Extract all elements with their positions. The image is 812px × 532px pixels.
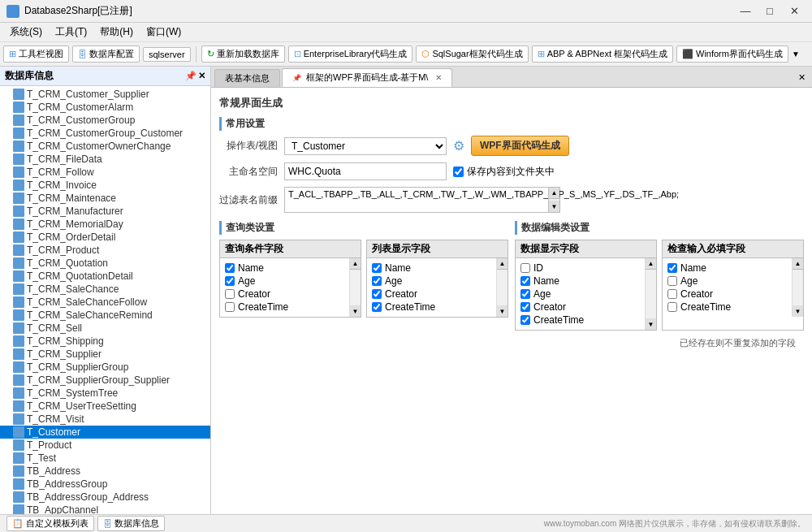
close-button[interactable]: ✕ — [783, 3, 806, 19]
tree-item[interactable]: T_CRM_Maintenace — [0, 192, 210, 205]
menu-system[interactable]: 系统(S) — [3, 24, 49, 41]
ld-scroll-down[interactable]: ▼ — [497, 305, 508, 317]
tree-item[interactable]: T_CRM_Manufacturer — [0, 205, 210, 218]
tree-container[interactable]: T_CRM_Customer_Supplier T_CRM_CustomerAl… — [0, 86, 210, 514]
list-createtime-checkbox[interactable] — [372, 302, 382, 312]
toolbar-sqlserver-button[interactable]: sqlserver — [143, 47, 191, 62]
tree-item[interactable]: T_CRM_SaleChanceFollow — [0, 296, 210, 309]
toolbar-abp-button[interactable]: ⊞ ABP & ABPNext 框架代码生成 — [532, 45, 673, 63]
list-creator-checkbox[interactable] — [372, 289, 382, 299]
tree-item[interactable]: T_CRM_Sell — [0, 322, 210, 335]
left-panel: 数据库信息 📌 ✕ T_CRM_Customer_Supplier T_CRM_… — [0, 67, 211, 514]
tree-item-label-selected: T_Customer — [27, 426, 80, 438]
db-info-button[interactable]: 🗄 数据库信息 — [97, 516, 165, 531]
table-icon — [13, 387, 24, 399]
tree-item-label: T_CRM_CustomerGroup_Customer — [27, 128, 183, 139]
operator-view-control: T_Customer ⚙ WPF界面代码生成 — [284, 136, 804, 156]
ld-scroll-up[interactable]: ▲ — [497, 258, 508, 270]
data-creator-checkbox[interactable] — [520, 302, 530, 312]
data-age-checkbox[interactable] — [520, 289, 530, 299]
list-age-checkbox[interactable] — [372, 276, 382, 286]
maximize-button[interactable]: □ — [758, 3, 781, 19]
val-createtime-checkbox[interactable] — [667, 302, 677, 312]
namespace-input[interactable] — [284, 162, 447, 180]
tree-item[interactable]: T_CRM_SystemTree — [0, 387, 210, 400]
tree-item[interactable]: T_CRM_QuotationDetail — [0, 270, 210, 283]
tree-item[interactable]: T_Test — [0, 452, 210, 465]
data-id-checkbox[interactable] — [520, 263, 530, 273]
tab-wpf-code[interactable]: 📌 框架的WPF界面码生成-基于M\ ✕ — [282, 68, 452, 87]
query-name-checkbox[interactable] — [225, 263, 235, 273]
left-panel-pin-icon[interactable]: 📌 — [185, 71, 197, 81]
query-creator-checkbox[interactable] — [225, 289, 235, 299]
tree-item[interactable]: T_CRM_Quotation — [0, 257, 210, 270]
tree-item[interactable]: T_CRM_SupplierGroup_Supplier — [0, 374, 210, 387]
tab-table-basic[interactable]: 表基本信息 — [214, 69, 280, 87]
tree-item[interactable]: T_CRM_UserTreeSetting — [0, 400, 210, 413]
tree-item[interactable]: TB_AppChannel — [0, 504, 210, 514]
menu-window[interactable]: 窗口(W) — [140, 24, 188, 41]
qc-scroll-up[interactable]: ▲ — [350, 258, 361, 270]
val-name-checkbox[interactable] — [667, 263, 677, 273]
tree-item[interactable]: T_CRM_CustomerGroup_Customer — [0, 127, 210, 140]
tree-item[interactable]: TB_AddressGroup — [0, 478, 210, 491]
filter-scroll-up-btn[interactable]: ▲ — [549, 188, 559, 199]
toolbar-reload-button[interactable]: ↻ 重新加载数据库 — [201, 45, 285, 63]
operator-view-label: 操作表/视图 — [219, 139, 284, 153]
toolbar-enterprise-label: EnterpriseLibrary代码生成 — [304, 48, 408, 60]
list-name-checkbox[interactable] — [372, 263, 382, 273]
tree-item[interactable]: T_CRM_Follow — [0, 166, 210, 179]
menu-help[interactable]: 帮助(H) — [93, 24, 140, 41]
tab-close-icon[interactable]: ✕ — [435, 73, 442, 82]
tree-item[interactable]: T_CRM_Customer_Supplier — [0, 88, 210, 101]
tree-item[interactable]: T_CRM_Product — [0, 244, 210, 257]
left-panel-close-icon[interactable]: ✕ — [198, 71, 205, 81]
toolbar-view-button[interactable]: ⊞ 工具栏视图 — [3, 45, 69, 63]
tree-item[interactable]: T_CRM_SupplierGroup — [0, 361, 210, 374]
minimize-button[interactable]: — — [734, 3, 757, 19]
tree-item[interactable]: T_CRM_SaleChance — [0, 283, 210, 296]
filter-scroll-down-btn[interactable]: ▼ — [549, 201, 559, 212]
tree-item[interactable]: T_CRM_SaleChanceRemind — [0, 309, 210, 322]
val-age-item: Age — [666, 275, 800, 288]
tree-item-label: T_CRM_SupplierGroup — [27, 361, 128, 373]
val-age-checkbox[interactable] — [667, 276, 677, 286]
dd-scroll-up[interactable]: ▲ — [646, 258, 656, 270]
menu-tools[interactable]: 工具(T) — [49, 24, 93, 41]
operator-view-select[interactable]: T_Customer — [284, 137, 447, 155]
custom-template-button[interactable]: 📋 自定义模板列表 — [6, 516, 94, 531]
tree-item[interactable]: T_CRM_Shipping — [0, 335, 210, 348]
wpf-code-gen-button[interactable]: WPF界面代码生成 — [471, 136, 569, 156]
val-creator-checkbox[interactable] — [667, 289, 677, 299]
data-createtime-checkbox[interactable] — [520, 315, 530, 325]
save-to-file-checkbox[interactable] — [453, 167, 464, 177]
toolbar-db-config-button[interactable]: 🗄 数据库配置 — [72, 45, 140, 63]
tree-item[interactable]: T_Product — [0, 439, 210, 452]
toolbar-enterprise-button[interactable]: ⊡ EnterpriseLibrary代码生成 — [288, 45, 413, 63]
tree-item[interactable]: T_CRM_OrderDetail — [0, 231, 210, 244]
tree-item[interactable]: T_CRM_Invoice — [0, 179, 210, 192]
tree-item[interactable]: T_CRM_CustomerGroup — [0, 114, 210, 127]
toolbar-winform-button[interactable]: ⬛ Winform界面代码生成 — [676, 45, 788, 63]
tree-item[interactable]: T_CRM_MemorialDay — [0, 218, 210, 231]
tree-item[interactable]: T_CRM_FileData — [0, 153, 210, 166]
query-createtime-checkbox[interactable] — [225, 302, 235, 312]
dd-scroll-down[interactable]: ▼ — [646, 318, 656, 330]
tree-item[interactable]: TB_AddressGroup_Address — [0, 491, 210, 504]
refresh-icon[interactable]: ⚙ — [453, 138, 464, 154]
tab-area-close-icon[interactable]: ✕ — [798, 72, 806, 83]
data-name-checkbox[interactable] — [520, 276, 530, 286]
tree-item[interactable]: T_CRM_Visit — [0, 413, 210, 426]
v-scroll-up[interactable]: ▲ — [793, 258, 803, 270]
filter-scrollbar: ▲ ▼ — [548, 188, 559, 212]
tree-item[interactable]: T_CRM_CustomerOwnerChange — [0, 140, 210, 153]
toolbar-dropdown-icon[interactable]: ▼ — [792, 50, 800, 58]
toolbar-sqlsugar-button[interactable]: ⬡ SqlSugar框架代码生成 — [416, 45, 528, 63]
tree-item[interactable]: T_CRM_CustomerAlarm — [0, 101, 210, 114]
tree-item-selected[interactable]: T_Customer — [0, 426, 210, 439]
tree-item[interactable]: TB_Address — [0, 465, 210, 478]
qc-scroll-down[interactable]: ▼ — [350, 305, 361, 317]
tree-item[interactable]: T_CRM_Supplier — [0, 348, 210, 361]
v-scroll-down[interactable]: ▼ — [793, 305, 803, 317]
query-age-checkbox[interactable] — [225, 276, 235, 286]
